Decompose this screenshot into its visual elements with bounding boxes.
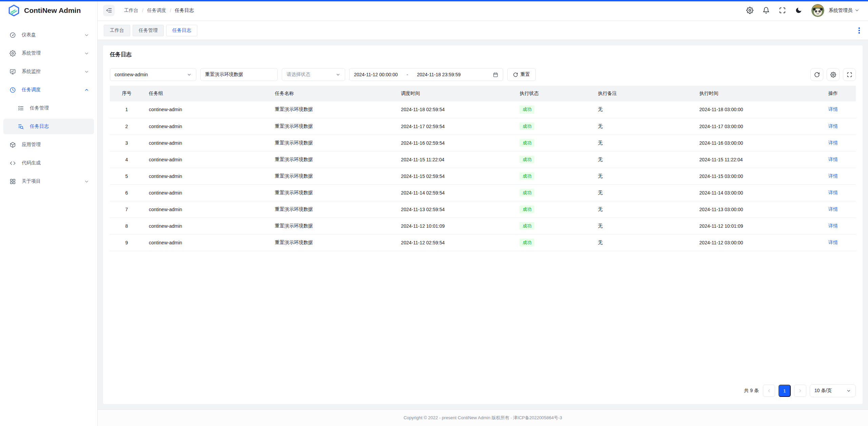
- sidebar-item-dashboard[interactable]: 仪表盘: [3, 27, 94, 43]
- refresh-icon: [814, 72, 820, 78]
- breadcrumb: 工作台 / 任务调度 / 任务日志: [124, 7, 194, 14]
- table-body: 1 continew-admin 重置演示环境数据 2024-11-18 02:…: [110, 101, 856, 251]
- code-icon: [9, 160, 16, 166]
- breadcrumb-item[interactable]: 工作台: [124, 7, 138, 14]
- user-name: 系统管理员: [829, 7, 852, 14]
- cell-actions: 详情: [810, 218, 856, 234]
- sidebar-item-task-scheduling[interactable]: 任务调度: [3, 82, 94, 98]
- column-header-no: 序号: [110, 86, 143, 101]
- reset-button[interactable]: 重置: [507, 68, 536, 81]
- page-title: 任务日志: [110, 51, 856, 58]
- cell-actions: 详情: [810, 168, 856, 184]
- cell-no: 4: [110, 151, 143, 168]
- logo-hexagon-icon: [7, 4, 20, 17]
- cell-exec-time: 2024-11-12 03:00:00: [694, 234, 810, 251]
- next-page-button[interactable]: [794, 385, 806, 397]
- sidebar-item-about-project[interactable]: 关于项目: [3, 174, 94, 189]
- cell-no: 1: [110, 101, 143, 118]
- detail-link[interactable]: 详情: [828, 190, 838, 195]
- sidebar-item-task-log[interactable]: 任务日志: [3, 119, 94, 134]
- cell-schedule-time: 2024-11-12 10:01:09: [396, 218, 514, 234]
- chevron-down-icon: [84, 69, 89, 74]
- column-settings-button[interactable]: [827, 68, 840, 81]
- detail-link[interactable]: 详情: [828, 223, 838, 228]
- task-group-select[interactable]: continew-admin: [110, 68, 196, 81]
- table-row: 7 continew-admin 重置演示环境数据 2024-11-13 02:…: [110, 201, 856, 218]
- tab-task-management[interactable]: 任务管理: [133, 25, 164, 36]
- theme-toggle-button[interactable]: [795, 7, 802, 14]
- calendar-icon: [493, 72, 498, 78]
- breadcrumb-item[interactable]: 任务调度: [147, 7, 166, 14]
- tab-task-log[interactable]: 任务日志: [166, 25, 197, 36]
- sidebar-collapse-button[interactable]: [103, 5, 115, 16]
- settings-button[interactable]: [746, 7, 753, 14]
- detail-link[interactable]: 详情: [828, 123, 838, 129]
- cell-status: 成功: [514, 201, 592, 218]
- cell-exec-time: 2024-11-13 03:00:00: [694, 201, 810, 218]
- page-size-select[interactable]: 10 条/页: [810, 384, 856, 397]
- table-fullscreen-button[interactable]: [843, 68, 856, 81]
- app-logo[interactable]: ContiNew Admin: [0, 0, 97, 21]
- tab-workbench[interactable]: 工作台: [104, 25, 130, 36]
- breadcrumb-separator: /: [170, 8, 171, 13]
- cell-schedule-time: 2024-11-15 11:22:04: [396, 151, 514, 168]
- page-size-value: 10 条/页: [814, 388, 832, 394]
- fullscreen-button[interactable]: [779, 7, 786, 14]
- detail-link[interactable]: 详情: [828, 106, 838, 112]
- cell-status: 成功: [514, 184, 592, 201]
- cell-group: continew-admin: [143, 118, 270, 135]
- monitor-icon: [9, 68, 16, 75]
- sidebar-item-system-monitor[interactable]: 系统监控: [3, 64, 94, 79]
- task-log-table: 序号 任务组 任务名称 调度时间 执行状态 执行备注 执行时间 操作 1 c: [110, 86, 856, 378]
- cell-status: 成功: [514, 234, 592, 251]
- detail-link[interactable]: 详情: [828, 157, 838, 162]
- cell-group: continew-admin: [143, 218, 270, 234]
- breadcrumb-current: 任务日志: [175, 7, 194, 14]
- cell-no: 6: [110, 184, 143, 201]
- tab-actions-menu-icon[interactable]: [856, 25, 862, 36]
- cell-remark: 无: [592, 234, 694, 251]
- filter-bar: continew-admin 请选择状态 2024-11-12 00:00:00…: [110, 68, 856, 81]
- table-row: 6 continew-admin 重置演示环境数据 2024-11-14 02:…: [110, 184, 856, 201]
- column-header-group: 任务组: [143, 86, 270, 101]
- cell-name: 重置演示环境数据: [270, 218, 396, 234]
- cell-exec-time: 2024-11-15 03:00:00: [694, 168, 810, 184]
- task-name-input[interactable]: [200, 68, 278, 81]
- cell-schedule-time: 2024-11-18 02:59:54: [396, 101, 514, 118]
- sidebar-item-task-management[interactable]: 任务管理: [3, 100, 94, 116]
- notifications-button[interactable]: [763, 7, 770, 14]
- app-title: ContiNew Admin: [24, 6, 81, 15]
- log-search-icon: [18, 123, 24, 130]
- user-menu[interactable]: 系统管理员: [829, 7, 859, 14]
- table-row: 3 continew-admin 重置演示环境数据 2024-11-16 02:…: [110, 135, 856, 151]
- cell-status: 成功: [514, 118, 592, 135]
- status-badge: 成功: [519, 122, 534, 130]
- cell-name: 重置演示环境数据: [270, 101, 396, 118]
- date-range-picker[interactable]: 2024-11-12 00:00:00 - 2024-11-18 23:59:5…: [349, 68, 503, 81]
- cell-group: continew-admin: [143, 101, 270, 118]
- column-header-remark: 执行备注: [592, 86, 694, 101]
- previous-page-button[interactable]: [763, 385, 775, 397]
- task-list-icon: [18, 105, 24, 111]
- detail-link[interactable]: 详情: [828, 206, 838, 212]
- cell-actions: 详情: [810, 234, 856, 251]
- sidebar: ContiNew Admin 仪表盘 系统管理 系统监控 任务调度 任务管理: [0, 0, 98, 426]
- status-select[interactable]: 请选择状态: [282, 68, 345, 81]
- current-page-button[interactable]: 1: [778, 385, 791, 397]
- sidebar-item-system-management[interactable]: 系统管理: [3, 45, 94, 61]
- avatar[interactable]: [811, 4, 824, 17]
- detail-link[interactable]: 详情: [828, 140, 838, 145]
- cell-schedule-time: 2024-11-16 02:59:54: [396, 135, 514, 151]
- date-range-start: 2024-11-12 00:00:00: [354, 72, 398, 77]
- sidebar-item-code-generation[interactable]: 代码生成: [3, 155, 94, 171]
- cell-status: 成功: [514, 151, 592, 168]
- sidebar-item-app-management[interactable]: 应用管理: [3, 137, 94, 153]
- detail-link[interactable]: 详情: [828, 240, 838, 245]
- cell-remark: 无: [592, 168, 694, 184]
- refresh-table-button[interactable]: [810, 68, 823, 81]
- status-badge: 成功: [519, 239, 534, 247]
- detail-link[interactable]: 详情: [828, 173, 838, 179]
- pagination-total: 共 9 条: [744, 388, 759, 394]
- table-toolbar: [810, 68, 856, 81]
- cell-name: 重置演示环境数据: [270, 168, 396, 184]
